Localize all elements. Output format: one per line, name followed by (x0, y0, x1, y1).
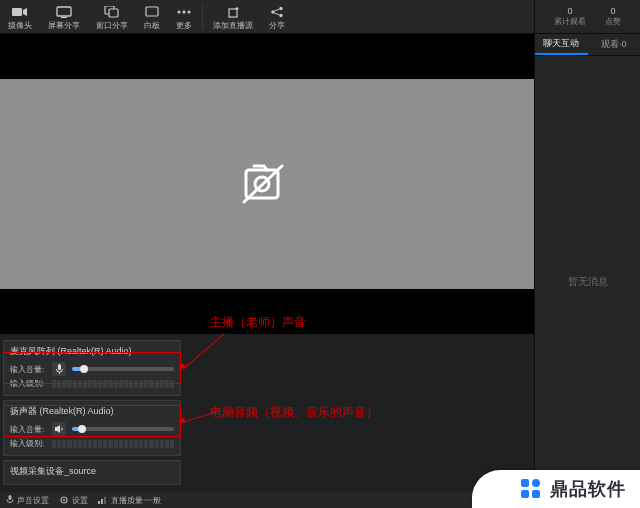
watermark-text: 鼎品软件 (550, 477, 626, 501)
svg-rect-24 (521, 479, 529, 487)
svg-rect-22 (101, 499, 103, 504)
window-icon (104, 5, 120, 19)
speaker-level-meter (52, 440, 174, 448)
toolbar-camera-label: 摄像头 (8, 21, 32, 31)
mic-volume-label: 输入音量: (10, 364, 46, 375)
toolbar-separator (202, 5, 203, 29)
svg-rect-23 (104, 497, 106, 504)
stat-likes: 0 点赞 (605, 6, 621, 27)
svg-point-20 (63, 499, 65, 501)
mic-volume-slider[interactable] (72, 367, 174, 371)
source-title: 视频采集设备_source (10, 465, 174, 478)
audio-settings-label: 声音设置 (17, 495, 49, 506)
toolbar-share-label: 分享 (269, 21, 285, 31)
speaker-volume-slider[interactable] (72, 427, 174, 431)
svg-point-12 (279, 13, 282, 16)
arrow-teacher (183, 333, 225, 370)
svg-rect-4 (109, 9, 118, 17)
no-camera-icon (240, 162, 294, 206)
speaker-mute-button[interactable] (52, 422, 66, 436)
stat-likes-value: 0 (610, 6, 615, 16)
svg-point-10 (271, 10, 274, 13)
more-icon (176, 5, 192, 19)
watermark-logo-icon (518, 476, 544, 502)
tab-chat[interactable]: 聊天互动 (535, 34, 588, 55)
empty-message: 暂无消息 (568, 275, 608, 289)
mic-mute-button[interactable] (52, 362, 66, 376)
stat-views: 0 累计观看 (554, 6, 586, 27)
svg-rect-27 (532, 490, 540, 498)
toolbar-camera[interactable]: 摄像头 (0, 3, 40, 31)
watermark: 鼎品软件 (472, 470, 640, 508)
add-source-icon (225, 5, 241, 19)
toolbar-screen-share-label: 屏幕分享 (48, 21, 80, 31)
svg-rect-18 (9, 495, 12, 500)
tab-viewers[interactable]: 观看·0 (588, 34, 641, 55)
right-body: 暂无消息 (535, 56, 640, 508)
toolbar-whiteboard[interactable]: 白板 (136, 3, 168, 31)
svg-point-11 (279, 6, 282, 9)
screen-icon (56, 5, 72, 19)
toolbar-add-source-label: 添加直播源 (213, 21, 253, 31)
svg-point-6 (178, 10, 181, 13)
camera-icon (12, 5, 28, 19)
svg-rect-2 (61, 17, 67, 18)
share-icon (270, 5, 284, 19)
svg-point-25 (532, 479, 540, 487)
svg-rect-26 (521, 490, 529, 498)
toolbar-whiteboard-label: 白板 (144, 21, 160, 31)
mic-level-label: 输入级别: (10, 378, 46, 389)
svg-rect-5 (146, 7, 158, 16)
toolbar-screen-share[interactable]: 屏幕分享 (40, 3, 88, 31)
toolbar-share[interactable]: 分享 (261, 3, 293, 31)
settings-label: 设置 (72, 495, 88, 506)
speaker-panel: 扬声器 (Realtek(R) Audio) 输入音量: 输入级别: (3, 400, 181, 456)
toolbar-more-label: 更多 (176, 21, 192, 31)
mic-panel: 麦克风阵列 (Realtek(R) Audio) 输入音量: 输入级别: (3, 340, 181, 396)
toolbar-more[interactable]: 更多 (168, 3, 200, 31)
quality-label: 直播质量·一般 (111, 495, 161, 506)
whiteboard-icon (144, 5, 160, 19)
mic-level-meter (52, 380, 174, 388)
arrow-pc-audio (183, 410, 221, 423)
svg-point-7 (183, 10, 186, 13)
annotation-pc-audio: 电脑音频（视频、音乐的声音） (210, 404, 378, 421)
speaker-volume-label: 输入音量: (10, 424, 46, 435)
svg-point-8 (188, 10, 191, 13)
stats-bar: 0 累计观看 0 点赞 (535, 0, 640, 34)
toolbar-window-share[interactable]: 窗口分享 (88, 3, 136, 31)
settings-button[interactable]: 设置 (59, 495, 88, 506)
bottom-bar: 声音设置 设置 直播质量·一般 (0, 492, 534, 508)
audio-settings-button[interactable]: 声音设置 (6, 495, 49, 506)
stat-views-value: 0 (567, 6, 572, 16)
preview-canvas (0, 79, 534, 289)
toolbar-add-source[interactable]: 添加直播源 (205, 3, 261, 31)
right-tabs: 聊天互动 观看·0 (535, 34, 640, 56)
preview (0, 34, 534, 334)
stat-likes-label: 点赞 (605, 16, 621, 27)
toolbar-window-share-label: 窗口分享 (96, 21, 128, 31)
svg-rect-16 (58, 364, 61, 370)
svg-rect-1 (57, 7, 71, 16)
quality-indicator[interactable]: 直播质量·一般 (98, 495, 161, 506)
svg-rect-0 (12, 8, 22, 16)
speaker-level-label: 输入级别: (10, 438, 46, 449)
mic-title: 麦克风阵列 (Realtek(R) Audio) (10, 345, 174, 358)
svg-rect-9 (229, 9, 237, 17)
svg-rect-21 (98, 501, 100, 504)
speaker-title: 扬声器 (Realtek(R) Audio) (10, 405, 174, 418)
stat-views-label: 累计观看 (554, 16, 586, 27)
source-panel: 视频采集设备_source (3, 460, 181, 485)
right-panel: 0 累计观看 0 点赞 聊天互动 观看·0 暂无消息 (534, 0, 640, 508)
main-area: 麦克风阵列 (Realtek(R) Audio) 输入音量: 输入级别: 扬声器… (0, 34, 534, 508)
